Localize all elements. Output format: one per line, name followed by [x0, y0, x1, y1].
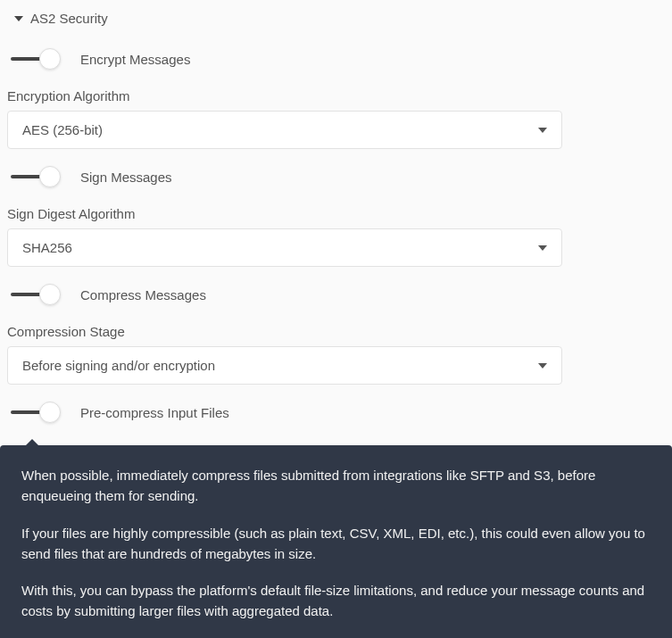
toggle-label-compress: Compress Messages — [77, 287, 206, 302]
chevron-down-icon — [538, 128, 547, 133]
select-value: SHA256 — [22, 240, 72, 255]
select-value: Before signing and/or encryption — [22, 358, 215, 373]
toggle-precompress-input-files[interactable] — [11, 401, 59, 424]
tooltip-paragraph: If your files are highly compressible (s… — [21, 523, 651, 565]
toggle-track — [11, 57, 43, 61]
label-encryption-algorithm: Encryption Algorithm — [7, 72, 665, 111]
toggle-encrypt-messages[interactable] — [11, 47, 59, 70]
chevron-down-icon — [538, 245, 547, 251]
toggle-thumb — [39, 402, 61, 423]
toggle-label-encrypt: Encrypt Messages — [77, 52, 190, 67]
select-value: AES (256-bit) — [22, 122, 103, 137]
label-sign-digest-algorithm: Sign Digest Algorithm — [7, 190, 665, 228]
toggle-thumb — [39, 166, 61, 187]
tooltip-paragraph: With this, you can bypass the platform's… — [21, 580, 651, 622]
toggle-sign-messages[interactable] — [11, 165, 59, 188]
toggle-label-precompress: Pre-compress Input Files — [77, 405, 229, 420]
tooltip-paragraph: When possible, immediately compress file… — [21, 465, 651, 507]
select-sign-digest-algorithm[interactable]: SHA256 — [7, 228, 562, 267]
section-header-as2-security[interactable]: AS2 Security — [7, 7, 665, 38]
select-compression-stage[interactable]: Before signing and/or encryption — [7, 346, 562, 385]
toggle-label-sign: Sign Messages — [77, 170, 172, 185]
toggle-compress-messages[interactable] — [11, 283, 59, 306]
toggle-track — [11, 175, 43, 178]
toggle-track — [11, 293, 43, 296]
tooltip-precompress-info: When possible, immediately compress file… — [0, 445, 672, 638]
caret-down-icon — [14, 16, 23, 21]
chevron-down-icon — [538, 363, 547, 369]
toggle-track — [11, 410, 43, 414]
toggle-thumb — [39, 284, 61, 305]
toggle-thumb — [39, 48, 61, 70]
select-encryption-algorithm[interactable]: AES (256-bit) — [7, 111, 562, 149]
section-title: AS2 Security — [30, 11, 108, 26]
label-compression-stage: Compression Stage — [7, 308, 665, 346]
